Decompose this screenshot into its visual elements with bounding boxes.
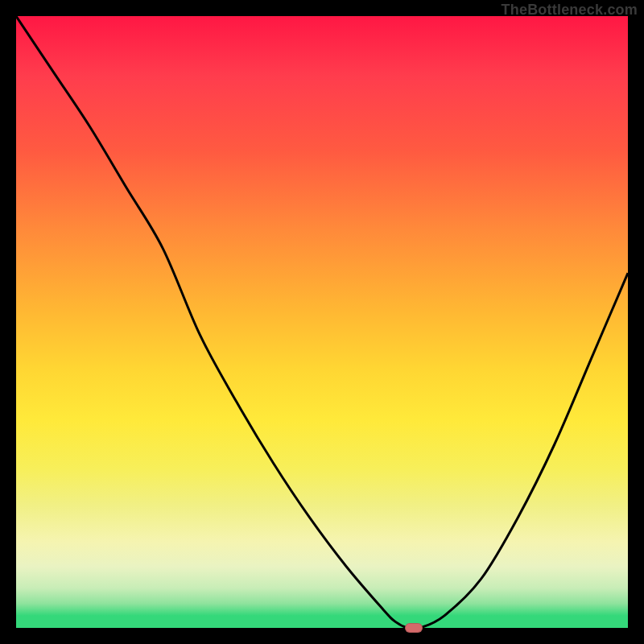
chart-frame: TheBottleneck.com bbox=[0, 0, 644, 644]
bottleneck-curve bbox=[16, 16, 628, 628]
optimal-point-marker bbox=[405, 623, 423, 633]
plot-area bbox=[16, 16, 628, 628]
watermark-text: TheBottleneck.com bbox=[502, 2, 638, 19]
curve-path bbox=[16, 16, 628, 628]
